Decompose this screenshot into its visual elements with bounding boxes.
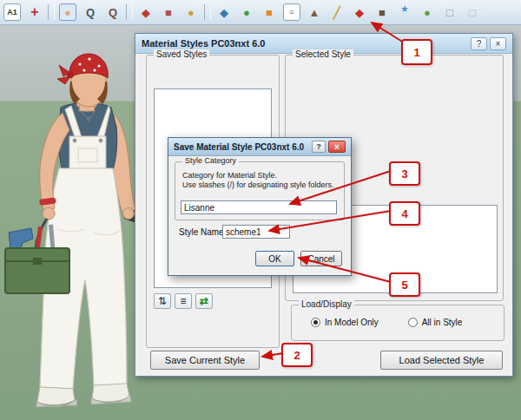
callout-5: 5	[389, 272, 420, 297]
radio-in-model-only-label: In Model Only	[325, 318, 379, 327]
callout-3: 3	[389, 161, 420, 186]
help-button[interactable]: ?	[312, 141, 326, 153]
saved-styles-label: Saved Styles	[154, 49, 209, 59]
plugin-drill-icon[interactable]: ◆	[215, 3, 233, 21]
category-input[interactable]	[181, 200, 337, 214]
plugin-hammer-icon[interactable]: ▲	[306, 3, 323, 21]
save-current-style-button[interactable]: Save Current Style	[150, 351, 260, 370]
axes-tool-icon[interactable]: +	[26, 3, 43, 21]
paint-bucket-icon[interactable]: ◆	[351, 3, 368, 21]
plugin-gear-icon[interactable]: *	[396, 3, 413, 21]
plugin-leaf-icon[interactable]: ●	[419, 3, 436, 21]
style-name-label: Style Name:	[179, 227, 226, 237]
load-selected-style-button[interactable]: Load Selected Style	[380, 351, 503, 370]
main-toolbar: A1 + ● Q Q ◆ ■ ● ◆ ● ■ ≡ ▲	[0, 0, 521, 25]
style-category-label: Style Category	[182, 156, 239, 165]
load-display-group: Load/Display In Model Only All in Style	[291, 305, 505, 341]
help-button[interactable]: ?	[471, 37, 487, 50]
plugin-export-icon[interactable]: □	[464, 3, 481, 21]
ok-button[interactable]: OK	[255, 251, 294, 266]
style-a1-icon[interactable]: A1	[3, 3, 21, 21]
dialog-title: Material Styles PC03nxt 6.0	[142, 38, 265, 49]
load-display-label: Load/Display	[299, 299, 354, 309]
zoom-tool-icon[interactable]: Q	[82, 3, 99, 21]
selected-style-label: Selected Style	[293, 49, 353, 59]
toolbar-separator	[48, 4, 55, 20]
close-icon[interactable]: ×	[328, 141, 346, 153]
plugin-wrench-icon[interactable]: ◆	[137, 3, 155, 21]
toolbar-separator	[204, 4, 211, 20]
close-button[interactable]: ×	[490, 37, 506, 50]
plugin-pencil-icon[interactable]: ╱	[328, 3, 346, 21]
refresh-icon[interactable]: ⇄	[195, 293, 213, 309]
callout-4: 4	[389, 201, 420, 226]
plugin-box-icon[interactable]: ■	[260, 3, 278, 21]
toolbar-separator	[126, 4, 133, 20]
pan-tool-icon[interactable]: ●	[59, 3, 76, 21]
plugin-film-icon[interactable]: ■	[373, 3, 391, 21]
save-dialog-titlebar[interactable]: Save Material Style PC03nxt 6.0 ? ×	[168, 138, 351, 156]
radio-all-in-style-label: All in Style	[422, 318, 463, 327]
screenshot-stage: A1 + ● Q Q ◆ ■ ● ◆ ● ■ ≡ ▲	[0, 0, 521, 420]
callout-2: 2	[281, 343, 313, 367]
style-category-group: Style Category Category for Material Sty…	[175, 161, 345, 220]
plugin-document-icon[interactable]: ≡	[283, 3, 300, 21]
plugin-sphere-icon[interactable]: ●	[238, 3, 255, 21]
plugin-page-icon[interactable]: □	[441, 3, 458, 21]
category-hint: Category for Material Style. Use slashes…	[182, 171, 339, 190]
sort-icon[interactable]: ⇅	[154, 293, 171, 309]
zoom-window-icon[interactable]: Q	[104, 3, 122, 21]
radio-all-in-style[interactable]	[408, 318, 418, 327]
save-material-style-dialog: Save Material Style PC03nxt 6.0 ? × Styl…	[168, 137, 352, 276]
callout-1: 1	[401, 39, 432, 65]
plugin-roller-icon[interactable]: ■	[160, 3, 177, 21]
plugin-palette-icon[interactable]: ●	[182, 3, 200, 21]
cancel-button[interactable]: Cancel	[300, 251, 342, 266]
save-dialog-title: Save Material Style PC03nxt 6.0	[174, 142, 304, 152]
radio-in-model-only[interactable]	[311, 318, 320, 327]
list-view-icon[interactable]: ≡	[175, 293, 192, 309]
style-name-input[interactable]	[222, 225, 290, 239]
